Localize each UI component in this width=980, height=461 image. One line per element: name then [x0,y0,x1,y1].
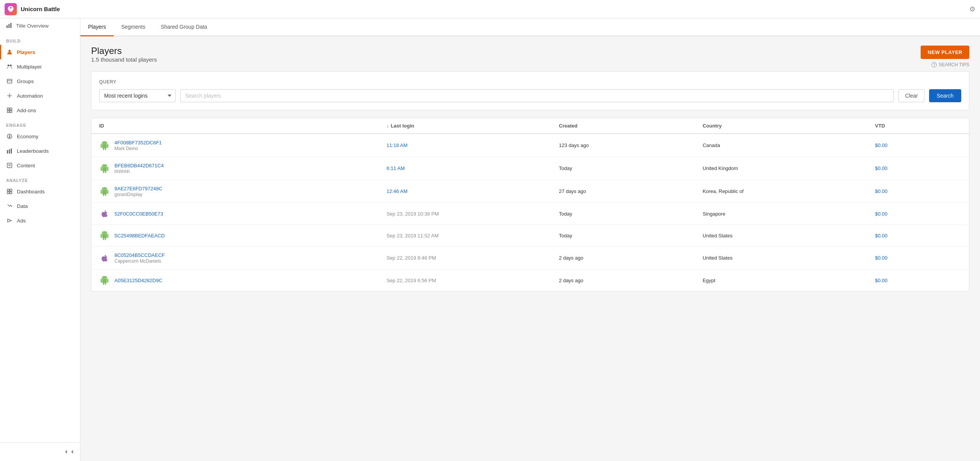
platform-icon [99,208,110,219]
player-id-link[interactable]: 4F008BF7352DC6F1 [114,140,162,145]
player-id-info: A05E3125D4282D9C [114,277,162,283]
svg-rect-0 [7,25,8,28]
svg-rect-22 [7,192,9,194]
groups-icon [6,78,13,85]
created-cell: Today [559,233,702,239]
player-name: hhhhhh [114,169,164,174]
player-id-link[interactable]: A05E3125D4282D9C [114,278,162,283]
query-select[interactable]: Most recent logins Display name Email Pl… [99,89,176,102]
tab-segments[interactable]: Segments [114,18,153,36]
player-id-cell: BFEB6DB442D671C4 hhhhhh [99,162,387,174]
table-row: 52F0C0CC0EB50E73 Sep 23, 2019 10:38 PM T… [91,203,969,225]
build-section-label: BUILD [0,33,80,45]
svg-rect-1 [8,24,10,28]
country-cell: United States [702,255,875,261]
title-overview-label: Title Overview [16,23,49,29]
player-id-link[interactable]: 52F0C0CC0EB50E73 [114,211,163,217]
main-content: Players Segments Shared Group Data Playe… [80,18,980,461]
player-id-info: 5C25498BEDFAEACD [114,232,165,239]
sidebar-collapse-btn[interactable] [0,446,80,458]
sidebar-item-economy[interactable]: Economy [0,129,80,144]
search-input[interactable] [180,89,894,102]
player-id-info: 4F008BF7352DC6F1 Mark Demo [114,139,162,151]
last-login-cell: Sep 23, 2019 10:38 PM [387,211,559,217]
addons-icon [6,107,13,114]
col-id: ID [99,123,387,129]
svg-rect-10 [10,108,12,110]
addons-label: Add-ons [17,108,36,113]
player-id-link[interactable]: BFEB6DB442D671C4 [114,163,164,168]
settings-icon[interactable]: ⚙ [969,5,975,13]
search-button[interactable]: Search [929,89,961,102]
svg-rect-17 [7,163,12,168]
header-left: Players 1.5 thousand total players [91,46,157,69]
sidebar-item-title-overview[interactable]: Title Overview [0,18,80,33]
country-cell: United States [702,233,875,239]
app-logo [5,3,17,15]
svg-rect-6 [7,79,12,83]
app-title: Unicorn Battle [21,6,969,12]
created-cell: 27 days ago [559,188,702,194]
country-cell: Korea, Republic of [702,188,875,194]
player-id-link[interactable]: 9AE27E6FD797248C [114,186,162,191]
sidebar-item-multiplayer[interactable]: Multiplayer [0,59,80,74]
players-icon [6,49,13,56]
leaderboards-icon [6,147,13,154]
vtd-cell: $0.00 [875,211,961,217]
info-icon: ? [931,62,937,67]
new-player-button[interactable]: NEW PLAYER [921,46,969,59]
sidebar: Title Overview BUILD Players Multiplayer… [0,18,80,461]
vtd-cell: $0.00 [875,142,961,148]
content-icon [6,162,13,169]
svg-point-3 [8,50,11,52]
search-tips-link[interactable]: ? SEARCH TIPS [931,62,969,67]
sidebar-item-content[interactable]: Content [0,158,80,173]
player-id-cell: 5C25498BEDFAEACD [99,230,387,241]
page-content: Players 1.5 thousand total players NEW P… [80,36,980,461]
sidebar-item-players[interactable]: Players [0,45,80,59]
platform-icon [99,186,110,197]
query-label: Query [99,79,961,85]
player-id-cell: 8C05204B5CCDAECF Cappercorn McDaniels [99,252,387,264]
engage-section-label: ENGAGE [0,118,80,129]
platform-icon [99,253,110,263]
created-cell: Today [559,211,702,217]
player-id-cell: 52F0C0CC0EB50E73 [99,208,387,219]
sidebar-item-ads[interactable]: Ads [0,213,80,228]
vtd-cell: $0.00 [875,165,961,171]
svg-rect-23 [10,192,12,194]
tab-players[interactable]: Players [80,18,114,36]
player-id-info: BFEB6DB442D671C4 hhhhhh [114,162,164,174]
player-id-info: 9AE27E6FD797248C goraniDisplay [114,185,162,197]
col-last-login[interactable]: ↓ Last login [387,123,559,129]
sidebar-item-groups[interactable]: Groups [0,74,80,88]
sidebar-item-addons[interactable]: Add-ons [0,103,80,118]
sidebar-item-dashboards[interactable]: Dashboards [0,184,80,199]
platform-icon [99,275,110,286]
country-cell: Egypt [702,278,875,283]
country-cell: Canada [702,142,875,148]
player-name: goraniDisplay [114,192,162,197]
table-row: A05E3125D4282D9C Sep 22, 2019 6:56 PM 2 … [91,270,969,291]
player-id-link[interactable]: 5C25498BEDFAEACD [114,233,165,239]
last-login-cell: Sep 23, 2019 11:52 AM [387,233,559,239]
created-cell: 2 days ago [559,255,702,261]
tab-shared-group-data[interactable]: Shared Group Data [153,18,215,36]
clear-button[interactable]: Clear [898,89,924,102]
sidebar-item-data[interactable]: Data [0,199,80,213]
sidebar-item-leaderboards[interactable]: Leaderboards [0,144,80,158]
table-body: 4F008BF7352DC6F1 Mark Demo 11:18 AM 123 … [91,134,969,291]
ads-label: Ads [17,218,26,224]
svg-rect-12 [10,111,12,113]
players-label: Players [17,49,35,55]
svg-rect-20 [7,189,9,191]
groups-label: Groups [17,78,34,84]
svg-rect-11 [7,111,9,113]
sidebar-item-automation[interactable]: Automation [0,88,80,103]
player-id-link[interactable]: 8C05204B5CCDAECF [114,252,165,258]
svg-rect-21 [10,189,12,191]
table-row: 4F008BF7352DC6F1 Mark Demo 11:18 AM 123 … [91,134,969,157]
last-login-cell: 6:11 AM [387,165,559,171]
svg-point-5 [10,65,12,67]
svg-point-4 [8,65,10,67]
